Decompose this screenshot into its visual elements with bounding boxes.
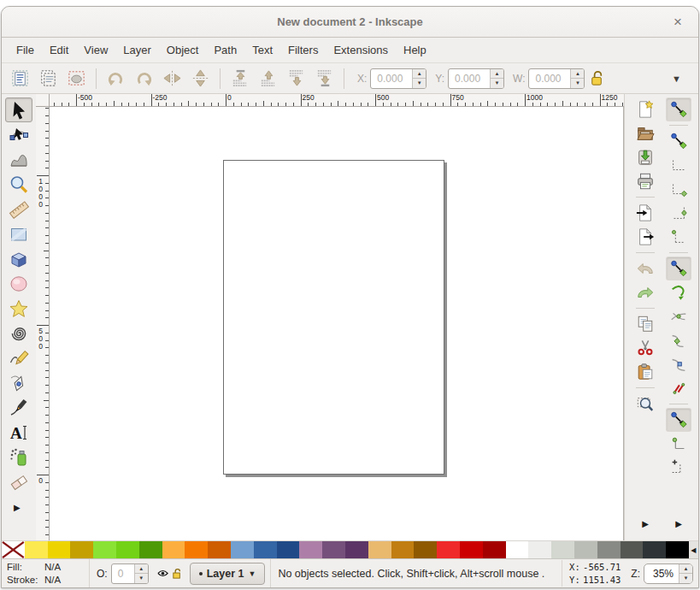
palette-swatch[interactable]: [231, 541, 254, 558]
menu-item-layer[interactable]: Layer: [115, 40, 159, 60]
palette-swatch[interactable]: [368, 541, 391, 558]
palette-swatch[interactable]: [116, 541, 139, 558]
zoom-spinner[interactable]: 35% ▲▼: [644, 563, 693, 584]
snap-object-centers-icon[interactable]: [666, 432, 691, 456]
opacity-spinner[interactable]: 0 ▲▼: [111, 563, 149, 584]
spin-down-icon[interactable]: ▼: [135, 573, 148, 583]
tool-text[interactable]: A: [5, 420, 32, 445]
zoom-value[interactable]: 35%: [644, 564, 679, 583]
print-icon[interactable]: [632, 169, 658, 193]
close-button[interactable]: ×: [669, 14, 686, 31]
palette-swatch[interactable]: [551, 541, 574, 558]
x-value[interactable]: 0.000: [371, 69, 412, 88]
fill-stroke-indicator[interactable]: Fill: N/A Stroke: N/A: [7, 561, 89, 586]
spin-down-icon[interactable]: ▼: [413, 78, 426, 88]
tool-tweak[interactable]: [5, 147, 32, 172]
redo-icon[interactable]: [632, 280, 658, 304]
flip-horizontal-icon[interactable]: [159, 66, 185, 91]
palette-swatch[interactable]: [322, 541, 345, 558]
import-icon[interactable]: [632, 201, 658, 225]
undo-icon[interactable]: [632, 257, 658, 280]
tool-spiral[interactable]: [5, 321, 32, 345]
palette-swatch[interactable]: [391, 541, 415, 558]
snap-bbox-edge-midpoints-icon[interactable]: [666, 201, 691, 225]
layer-lock-icon[interactable]: [170, 566, 185, 581]
rotate-cw-icon[interactable]: [131, 66, 157, 91]
copy-icon[interactable]: [632, 312, 658, 336]
spin-up-icon[interactable]: ▲: [491, 69, 503, 79]
open-icon[interactable]: [632, 121, 658, 145]
spin-down-icon[interactable]: ▼: [571, 78, 584, 88]
palette-swatch[interactable]: [299, 541, 322, 558]
menu-item-view[interactable]: View: [76, 40, 115, 60]
snap-bbox-edges-icon[interactable]: [666, 153, 691, 177]
tool-bezier-pen[interactable]: [5, 370, 32, 395]
menu-item-path[interactable]: Path: [206, 40, 244, 60]
snap-enable-icon[interactable]: [666, 97, 691, 121]
toolbar-overflow-icon[interactable]: ▼: [672, 74, 681, 84]
toolbox-expand-icon[interactable]: ▶: [9, 499, 26, 516]
zoom-drawing-icon[interactable]: [632, 392, 658, 416]
menu-item-file[interactable]: File: [9, 40, 42, 60]
y-value[interactable]: 0.000: [449, 69, 490, 88]
palette-swatch[interactable]: [93, 541, 116, 558]
snap-line-midpoints-icon[interactable]: [666, 376, 691, 400]
spin-up-icon[interactable]: ▲: [571, 69, 584, 79]
snap-nodes-icon[interactable]: [666, 257, 691, 280]
palette-swatch-none[interactable]: [2, 541, 25, 558]
paste-icon[interactable]: [632, 360, 658, 384]
tool-node-editor[interactable]: [5, 122, 32, 147]
palette-swatch[interactable]: [345, 541, 368, 558]
select-all-icon[interactable]: [7, 66, 33, 91]
palette-swatch[interactable]: [25, 541, 48, 558]
commands-expand-icon[interactable]: ▶: [637, 516, 654, 532]
palette-swatch[interactable]: [414, 541, 437, 558]
export-icon[interactable]: [632, 225, 658, 249]
palette-swatch[interactable]: [574, 541, 597, 558]
spin-up-icon[interactable]: ▲: [413, 69, 426, 79]
palette-swatch[interactable]: [666, 541, 689, 558]
palette-swatch[interactable]: [277, 541, 300, 558]
raise-to-top-icon[interactable]: [226, 66, 253, 91]
flip-vertical-icon[interactable]: [187, 66, 214, 91]
palette-swatch[interactable]: [460, 541, 483, 558]
layer-visibility-icon[interactable]: [156, 566, 170, 581]
x-spinner[interactable]: 0.000 ▲▼: [370, 68, 426, 89]
menu-item-object[interactable]: Object: [159, 40, 207, 60]
palette-swatch[interactable]: [528, 541, 551, 558]
snap-smooth-nodes-icon[interactable]: [666, 352, 691, 376]
opacity-value[interactable]: 0: [112, 564, 134, 583]
tool-ellipse[interactable]: [5, 271, 32, 296]
palette-swatch[interactable]: [621, 541, 644, 558]
tool-spray[interactable]: [5, 445, 32, 469]
lower-to-bottom-icon[interactable]: [311, 66, 338, 91]
w-spinner[interactable]: 0.000 ▲▼: [528, 68, 585, 89]
deselect-icon[interactable]: [63, 66, 90, 91]
palette-swatch[interactable]: [483, 541, 506, 558]
rotate-ccw-icon[interactable]: [103, 66, 129, 91]
snap-expand-icon[interactable]: ▶: [670, 516, 687, 532]
palette-swatch[interactable]: [208, 541, 231, 558]
snap-bounding-box-icon[interactable]: [666, 129, 691, 153]
menu-item-text[interactable]: Text: [244, 40, 280, 60]
palette-swatch[interactable]: [139, 541, 162, 558]
cut-icon[interactable]: [632, 336, 658, 360]
document-page[interactable]: [223, 160, 444, 475]
tool-box-3d[interactable]: [5, 246, 32, 271]
snap-others-icon[interactable]: [666, 408, 691, 432]
y-spinner[interactable]: 0.000 ▲▼: [448, 68, 504, 89]
spin-down-icon[interactable]: ▼: [679, 573, 692, 583]
palette-swatch[interactable]: [254, 541, 277, 558]
palette-scroll-icon[interactable]: ◀: [689, 541, 698, 558]
snap-bbox-corners-icon[interactable]: [666, 177, 691, 201]
palette-swatch[interactable]: [48, 541, 71, 558]
snap-to-paths-icon[interactable]: [666, 280, 691, 304]
menu-item-extensions[interactable]: Extensions: [326, 40, 396, 60]
w-value[interactable]: 0.000: [529, 69, 570, 88]
spin-down-icon[interactable]: ▼: [491, 78, 503, 88]
snap-cusp-nodes-icon[interactable]: [666, 328, 691, 352]
menu-item-edit[interactable]: Edit: [42, 40, 76, 60]
horizontal-ruler[interactable]: -500-250025050075010001250: [50, 94, 624, 107]
tool-rectangle[interactable]: [5, 221, 32, 246]
snap-path-intersections-icon[interactable]: [666, 304, 691, 328]
